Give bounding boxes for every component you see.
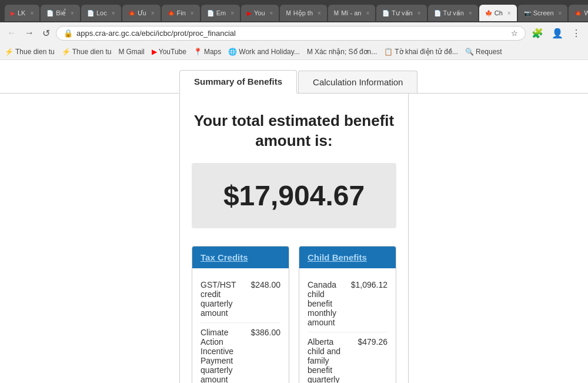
- browser-tab-fin[interactable]: 🍁 Fin ×: [162, 5, 200, 21]
- climate-label: Climate Action Incentive Payment quarter…: [201, 328, 245, 383]
- forward-button[interactable]: →: [22, 26, 36, 39]
- tab-bar: ▶ LK × 📄 Biể × 📄 Loc × 🍁 Ưu × 🍁 Fin × 📄 …: [0, 0, 588, 22]
- browser-tab-ch[interactable]: 🍁 Ch ×: [479, 5, 517, 21]
- extensions-button[interactable]: 🧩: [529, 26, 546, 40]
- bookmark-youtube[interactable]: ▶ YouTube: [152, 48, 186, 56]
- alberta-amount: $479.26: [358, 337, 387, 347]
- benefit-row-gst: GST/HST credit quarterly amount $248.00: [201, 275, 280, 323]
- maps-icon: 📍: [193, 48, 202, 56]
- bookmark-thue-dien-tu-1[interactable]: ⚡ Thue dien tu: [5, 48, 55, 56]
- ccb-amount: $1,096.12: [351, 280, 387, 289]
- profile-button[interactable]: 👤: [549, 26, 566, 40]
- browser-window: ▶ LK × 📄 Biể × 📄 Loc × 🍁 Ưu × 🍁 Fin × 📄 …: [0, 0, 588, 60]
- child-benefits-link[interactable]: Child Benefits: [308, 252, 367, 262]
- main-area: Your total estimated benefit amount is: …: [0, 94, 588, 383]
- reload-button[interactable]: ↺: [40, 26, 52, 40]
- bookmark-icon-2: ⚡: [62, 48, 71, 56]
- tab-calculation-information[interactable]: Calculation Information: [298, 71, 417, 93]
- browser-tab-websit[interactable]: 🍁 Websit ×: [569, 5, 588, 21]
- bookmark-icon[interactable]: ☆: [511, 29, 518, 38]
- address-bar-row: ← → ↺ 🔒 apps.cra-arc.gc.ca/ebci/icbc/pro…: [0, 22, 588, 44]
- bookmark-maps[interactable]: 📍 Maps: [193, 48, 221, 56]
- work-icon: 🌐: [228, 48, 237, 56]
- total-amount-box: $17,904.67: [192, 163, 396, 228]
- browser-tab-tv2[interactable]: 📄 Tư vấn ×: [428, 5, 478, 21]
- browser-tab-lk[interactable]: ▶ LK ×: [5, 5, 39, 21]
- child-benefits-body: Canada child benefit monthly amount $1,0…: [299, 268, 396, 383]
- tax-credits-body: GST/HST credit quarterly amount $248.00 …: [192, 268, 289, 383]
- browser-tab-hop[interactable]: M Hộp th ×: [280, 5, 326, 21]
- child-benefits-header: Child Benefits: [299, 247, 396, 268]
- browser-tab-em[interactable]: 📄 Em ×: [201, 5, 240, 21]
- request-icon: 🔍: [465, 48, 474, 56]
- browser-tab-screen[interactable]: 📷 Screen ×: [518, 5, 568, 21]
- lock-icon: 🔒: [64, 29, 73, 38]
- bookmark-gmail[interactable]: M Gmail: [118, 48, 144, 56]
- child-benefits-card: Child Benefits Canada child benefit mont…: [299, 246, 396, 383]
- browser-tab-mi[interactable]: M Mí - an ×: [328, 5, 375, 21]
- bookmark-to-khai[interactable]: 📋 Tờ khai điện tử đề...: [384, 48, 458, 56]
- xacnhan-icon: M: [307, 48, 313, 56]
- bookmark-thue-dien-tu-2[interactable]: ⚡ Thue dien tu: [62, 48, 112, 56]
- address-text: apps.cra-arc.gc.ca/ebci/icbc/prot/proc_f…: [76, 29, 507, 38]
- browser-tab-loc[interactable]: 📄 Loc ×: [81, 5, 121, 21]
- gst-label: GST/HST credit quarterly amount: [201, 280, 245, 318]
- youtube-icon: ▶: [152, 48, 157, 56]
- address-box[interactable]: 🔒 apps.cra-arc.gc.ca/ebci/icbc/prot/proc…: [56, 26, 526, 41]
- bookmark-request[interactable]: 🔍 Request: [465, 48, 502, 56]
- tax-credits-header: Tax Credits: [192, 247, 289, 268]
- alberta-label: Alberta child and family benefit quarter…: [308, 337, 352, 383]
- bookmark-work-holiday[interactable]: 🌐 Work and Holiday...: [228, 48, 300, 56]
- tax-credits-link[interactable]: Tax Credits: [201, 252, 248, 262]
- total-amount-value: $17,904.67: [192, 179, 396, 212]
- ccb-label: Canada child benefit monthly amount: [308, 280, 345, 327]
- browser-tab-uu[interactable]: 🍁 Ưu ×: [122, 5, 161, 21]
- gst-amount: $248.00: [250, 280, 280, 289]
- climate-amount: $386.00: [250, 328, 280, 337]
- menu-button[interactable]: ⋮: [569, 26, 583, 40]
- page-content: Summary of Benefits Calculation Informat…: [0, 60, 588, 383]
- bookmark-xac-nhan[interactable]: M Xác nhận; Số đơn...: [307, 48, 377, 56]
- benefit-row-ccb: Canada child benefit monthly amount $1,0…: [308, 275, 387, 332]
- benefits-grid: Tax Credits GST/HST credit quarterly amo…: [192, 246, 396, 383]
- browser-tab-tv1[interactable]: 📄 Tư vấn ×: [376, 5, 426, 21]
- back-button[interactable]: ←: [5, 26, 19, 39]
- content-box: Your total estimated benefit amount is: …: [179, 94, 409, 383]
- tokhai-icon: 📋: [384, 48, 393, 56]
- tax-credits-card: Tax Credits GST/HST credit quarterly amo…: [192, 246, 289, 383]
- browser-tab-bie[interactable]: 📄 Biể ×: [41, 5, 80, 21]
- browser-tab-you[interactable]: ▶ You ×: [241, 5, 279, 21]
- tab-summary-of-benefits[interactable]: Summary of Benefits: [179, 70, 297, 94]
- bookmark-icon-1: ⚡: [5, 48, 14, 56]
- tabs-container: Summary of Benefits Calculation Informat…: [0, 60, 588, 94]
- total-benefit-title: Your total estimated benefit amount is:: [192, 111, 396, 151]
- bookmarks-bar: ⚡ Thue dien tu ⚡ Thue dien tu M Gmail ▶ …: [0, 44, 588, 60]
- gmail-icon: M: [118, 48, 124, 56]
- benefit-row-climate: Climate Action Incentive Payment quarter…: [201, 323, 280, 383]
- benefit-row-alberta: Alberta child and family benefit quarter…: [308, 332, 387, 383]
